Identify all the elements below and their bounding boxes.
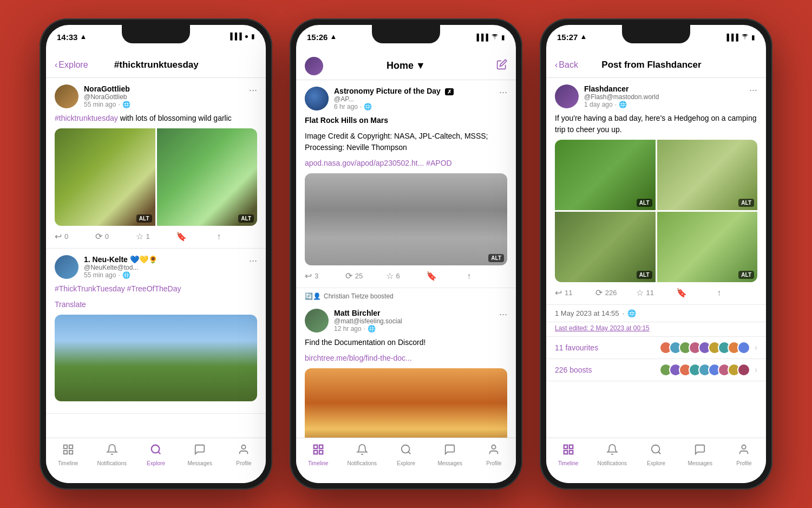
alt-badge-2[interactable]: ALT [238, 214, 254, 223]
post-3-header: Astronomy Picture of the Day ✗ @AP... 6 … [305, 87, 507, 110]
post-3-more[interactable]: ··· [499, 87, 507, 98]
post-5-img-2[interactable]: ALT [657, 140, 758, 210]
bookmark-btn-5[interactable]: 🔖 [676, 288, 717, 298]
tab-messages-3[interactable]: Messages [678, 444, 722, 466]
fav-count-1: 1 [146, 232, 150, 240]
favourites-label: 11 favourites [555, 343, 598, 352]
scroll-3[interactable]: Flashdancer @Flash@mastodon.world 1 day … [546, 78, 766, 438]
alt-badge-3[interactable]: ALT [488, 254, 504, 262]
post-1-time: 55 min ago · 🌐 [84, 101, 244, 108]
post-4-more[interactable]: ··· [499, 309, 507, 320]
tab-profile-1[interactable]: Profile [222, 444, 266, 466]
reply-btn-5[interactable]: ↩ 11 [555, 288, 595, 298]
back-button-3[interactable]: ‹ Back [555, 60, 578, 70]
post-5-handle: @Flash@mastodon.world [584, 93, 744, 101]
tab-notifications-2[interactable]: Notifications [340, 444, 384, 466]
tab-timeline-2[interactable]: Timeline [296, 444, 340, 466]
home-title-2: Home ▼ [387, 60, 425, 71]
boost-btn-3[interactable]: ⟳ 25 [345, 271, 386, 281]
post-4-name: Matt Birchler [334, 309, 494, 317]
tab-explore-1[interactable]: Explore [134, 444, 178, 466]
post-5-img-1[interactable]: ALT [555, 140, 656, 210]
back-button-1[interactable]: ‹ Explore [55, 60, 88, 70]
boost-btn-1[interactable]: ⟳ 0 [95, 231, 136, 242]
post-1-more[interactable]: ··· [249, 84, 257, 96]
tab-notifications-3[interactable]: Notifications [590, 444, 634, 466]
post-4: Matt Birchler @matt@isfeeling.social 12 … [296, 302, 516, 438]
tab-messages-2[interactable]: Messages [428, 444, 472, 466]
post-3: Astronomy Picture of the Day ✗ @AP... 6 … [296, 80, 516, 288]
bookmark-icon-3: 🔖 [426, 271, 437, 281]
tab-messages-1[interactable]: Messages [178, 444, 222, 466]
boosts-avatars-group: › [659, 363, 757, 376]
bookmark-btn-3[interactable]: 🔖 [426, 271, 467, 281]
alt-badge-5d[interactable]: ALT [738, 271, 754, 279]
tab-explore-2[interactable]: Explore [384, 444, 428, 466]
scroll-1[interactable]: NoraGottlieb @NoraGottlieb 55 min ago · … [46, 78, 266, 438]
mastodon-badge: ✗ [445, 88, 454, 95]
home-avatar-2[interactable] [305, 57, 323, 75]
fav-btn-1[interactable]: ☆ 1 [136, 231, 176, 242]
post-3-body: Image Credit & Copyright: NASA, JPL-Calt… [305, 131, 507, 153]
globe-3: 🌐 [364, 103, 372, 110]
svg-point-5 [242, 445, 246, 449]
star-icon-5: ☆ [636, 288, 644, 298]
post-1-handle: @NoraGottlieb [84, 93, 244, 101]
boost-count-3: 25 [355, 272, 363, 280]
status-time-2: 15:26 [307, 32, 328, 42]
timestamp-row: 1 May 2023 at 14:55 · 🌐 [546, 305, 766, 322]
hashtag-1[interactable]: #thicktrunktuesday [55, 114, 118, 122]
share-btn-5[interactable]: ↑ [717, 288, 757, 298]
alt-badge-5c[interactable]: ALT [637, 271, 652, 279]
post-3-img[interactable]: ALT [305, 173, 507, 265]
post-5-more[interactable]: ··· [749, 84, 757, 96]
timeline-icon-2 [312, 444, 324, 459]
post-1-header: NoraGottlieb @NoraGottlieb 55 min ago · … [55, 84, 257, 108]
post-5-header: Flashdancer @Flash@mastodon.world 1 day … [555, 84, 757, 108]
scroll-2[interactable]: Astronomy Picture of the Day ✗ @AP... 6 … [296, 80, 516, 438]
post-2-img-1[interactable] [55, 315, 257, 401]
svg-rect-9 [313, 451, 317, 454]
post-1-img-1[interactable]: ALT [55, 128, 155, 226]
post-1-img-2[interactable]: ALT [157, 128, 258, 226]
tab-label-explore-2: Explore [397, 460, 415, 466]
tab-profile-3[interactable]: Profile [722, 444, 766, 466]
share-btn-1[interactable]: ↑ [217, 232, 257, 242]
tab-profile-2[interactable]: Profile [472, 444, 516, 466]
post-2-more[interactable]: ··· [249, 255, 257, 266]
alt-badge-5b[interactable]: ALT [738, 199, 754, 207]
fav-btn-3[interactable]: ☆ 6 [386, 271, 427, 281]
reply-btn-3[interactable]: ↩ 3 [305, 271, 345, 281]
back-label-1: Explore [58, 60, 88, 70]
hashtag-2a[interactable]: #ThickTrunkTuesday [55, 284, 125, 293]
post-3-handle: @AP... [334, 95, 494, 103]
compose-button-2[interactable] [496, 59, 507, 73]
alt-badge-1[interactable]: ALT [136, 214, 152, 223]
notifications-icon-3 [606, 444, 618, 459]
share-btn-3[interactable]: ↑ [467, 271, 507, 281]
boosts-row[interactable]: 226 boosts › [546, 359, 766, 381]
reply-btn-1[interactable]: ↩ 0 [55, 231, 95, 242]
fav-btn-5[interactable]: ☆ 11 [636, 288, 677, 298]
page-title-1: #thicktrunktuesday [88, 60, 225, 70]
tab-timeline-3[interactable]: Timeline [546, 444, 590, 466]
last-edited-row[interactable]: Last edited: 2 May 2023 at 00:15 [546, 322, 766, 337]
translate-link[interactable]: Translate [55, 300, 86, 309]
tab-timeline-1[interactable]: Timeline [46, 444, 90, 466]
hashtag-2b[interactable]: #TreeOfTheDay [127, 284, 181, 293]
post-4-img[interactable] [305, 368, 507, 438]
tab-label-notifications-3: Notifications [598, 460, 627, 466]
post-5-img-4[interactable]: ALT [657, 212, 758, 282]
boost-btn-5[interactable]: ⟳ 226 [595, 288, 636, 298]
dropdown-arrow-2: ▼ [416, 60, 425, 71]
tab-explore-3[interactable]: Explore [634, 444, 678, 466]
alt-badge-5a[interactable]: ALT [637, 199, 652, 207]
tab-notifications-1[interactable]: Notifications [90, 444, 134, 466]
svg-rect-0 [63, 445, 67, 448]
battery-icon-1: ▮ [251, 32, 255, 40]
favourites-row[interactable]: 11 favourites › [546, 337, 766, 359]
timeline-icon-1 [62, 444, 74, 459]
post-5-img-3[interactable]: ALT [555, 212, 656, 282]
bookmark-btn-1[interactable]: 🔖 [176, 231, 217, 242]
svg-rect-3 [69, 451, 72, 454]
